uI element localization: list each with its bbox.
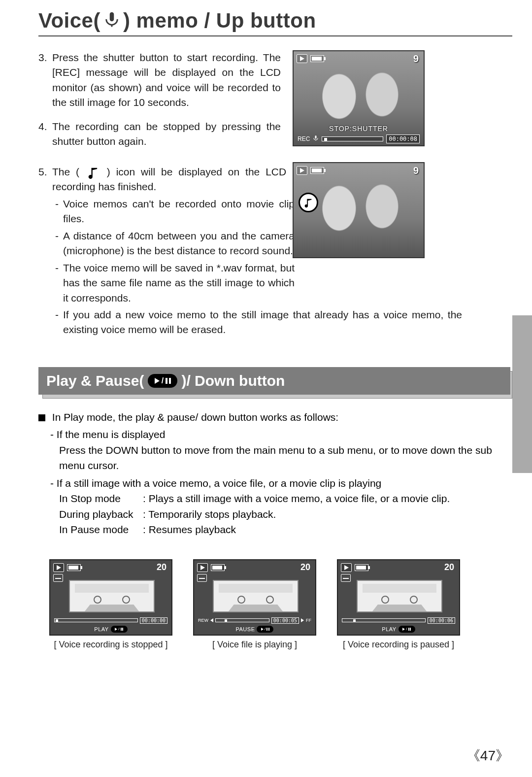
battery-icon [310, 55, 324, 62]
progress-row: 00:00:00 [54, 617, 167, 624]
lcd-frame-count: 20 [157, 562, 166, 573]
lcd-playing-wrap: 20 REW 00:00:05 FF PAUSE [193, 559, 316, 650]
time-display: 00:00:06 [428, 617, 455, 624]
play-mode-icon [297, 166, 307, 175]
lcd-recording-screen: 9 STOP:SHUTTER REC 00:00:08 [293, 50, 425, 146]
page-content: Voice( ) memo / Up button 3. Press the s… [38, 9, 512, 650]
battery-icon [211, 564, 225, 571]
play-mode-icon [297, 54, 307, 63]
lcd-paused-wrap: 20 00:00:06 PLAY / [ Voice recording is … [337, 559, 460, 650]
bottom-row: PLAY / [341, 626, 456, 633]
square-bullet-icon [38, 414, 45, 421]
section2-intro: In Play mode, the play & pause/ down but… [38, 409, 502, 425]
page-number: 《47》 [466, 746, 509, 765]
speaker-icon [197, 574, 207, 582]
lcd-rec-row: REC 00:00:08 [298, 135, 420, 143]
rec-label: REC [298, 135, 310, 142]
top-text-column: 3. Press the shutter button to start rec… [38, 50, 281, 258]
menu-displayed-head: - If the menu is displayed [38, 427, 502, 442]
battery-icon [310, 167, 324, 174]
time-display: 00:00:05 [271, 617, 299, 624]
pause-label: PAUSE [236, 626, 255, 632]
play-pause-icon: / [148, 374, 177, 388]
cassette-icon [357, 580, 442, 612]
lcd-playing-screen: 20 REW 00:00:05 FF PAUSE [193, 559, 316, 636]
lcd-caption: [ Voice recording is stopped ] [54, 640, 167, 650]
top-body-row: 3. Press the shutter button to start rec… [38, 50, 512, 258]
side-tab [512, 315, 532, 473]
page-title: Voice( ) memo / Up button [38, 9, 512, 33]
forward-arrow-icon [301, 618, 304, 622]
rewind-arrow-icon [210, 618, 213, 622]
lcd-frame-count: 9 [413, 53, 419, 65]
lcd-top-left-icons [297, 166, 324, 175]
cassette-icon [213, 580, 299, 612]
play-mode-icon [53, 563, 64, 572]
title-text-a: Voice( [38, 9, 100, 33]
microphone-icon [103, 9, 120, 33]
manual-page: Voice( ) memo / Up button 3. Press the s… [0, 0, 532, 777]
lcd-column: 9 STOP:SHUTTER REC 00:00:08 [293, 50, 425, 258]
playing-head: - If a still image with a voice memo, a … [38, 475, 502, 491]
music-note-icon [86, 166, 100, 179]
title-rule [38, 35, 512, 36]
mode-line-stop: In Stop mode : Plays a still image with … [38, 491, 502, 507]
progress-row: 00:00:06 [342, 617, 455, 624]
progress-bar [215, 618, 269, 622]
play-pause-icon: / [257, 626, 273, 633]
battery-icon [67, 564, 81, 571]
lcd-frame-count: 9 [413, 165, 419, 176]
voice-memo-icon [299, 193, 318, 212]
note-item: -Voice memos can't be recorded onto movi… [55, 197, 295, 227]
play-pause-icon: / [399, 626, 415, 633]
rew-label: REW [198, 618, 208, 623]
battery-icon [355, 564, 368, 571]
progress-bar [342, 618, 426, 622]
progress-bar [54, 618, 138, 622]
lcd-stopped-wrap: 20 00:00:00 PLAY / [ Voice recording is … [49, 559, 172, 650]
step-number: 4. [38, 119, 52, 149]
bottom-row: PAUSE / [197, 626, 312, 633]
rec-progress-bar [322, 136, 383, 141]
ff-label: FF [306, 618, 311, 623]
lcd-stopped-screen: 20 00:00:00 PLAY / [49, 559, 172, 636]
step5-text-a: The ( [52, 166, 79, 177]
note-item: -The voice memo will be saved in *.wav f… [55, 261, 295, 305]
mode-line-playback: During playback : Temporarily stops play… [38, 507, 502, 522]
play-mode-icon [197, 563, 208, 572]
step-text: The recording can be stopped by pressing… [52, 119, 281, 149]
speaker-icon [53, 574, 63, 582]
section-header-wrap: Play & Pause( / )/ Down button [38, 367, 511, 398]
cassette-icon [69, 580, 155, 612]
menu-displayed-body: Press the DOWN button to move from the m… [38, 442, 502, 473]
step-text: Press the shutter button to start record… [52, 50, 281, 110]
lcd-memo-saved-screen: 9 [293, 162, 425, 258]
section-title-b: )/ Down button [181, 372, 285, 389]
section2-body: In Play mode, the play & pause/ down but… [38, 409, 502, 538]
time-display: 00:00:00 [140, 617, 167, 624]
mode-line-pause: In Pause mode : Resumes playback [38, 522, 502, 538]
play-label: PLAY [382, 626, 396, 632]
lcd-top-left-icons [297, 54, 324, 63]
lcd-frame-count: 20 [444, 562, 454, 573]
step-number: 3. [38, 50, 52, 110]
microphone-icon [313, 135, 319, 143]
title-text-b: ) memo / Up button [123, 9, 316, 33]
lcd-stop-hint: STOP:SHUTTER [294, 125, 424, 133]
play-label: PLAY [94, 626, 108, 632]
play-mode-icon [341, 563, 352, 572]
step-4: 4. The recording can be stopped by press… [38, 119, 281, 149]
lcd-triplet-row: 20 00:00:00 PLAY / [ Voice recording is … [49, 559, 512, 650]
section-title-a: Play & Pause( [46, 372, 144, 389]
step5-notes-wide: -If you add a new voice memo to the stil… [38, 307, 462, 338]
step-3: 3. Press the shutter button to start rec… [38, 50, 281, 110]
speaker-icon [341, 574, 351, 582]
rec-time: 00:00:08 [386, 135, 420, 143]
section-header: Play & Pause( / )/ Down button [38, 367, 510, 395]
bottom-row: PLAY / [53, 626, 168, 633]
play-pause-icon: / [111, 626, 128, 633]
progress-row: REW 00:00:05 FF [198, 617, 311, 624]
step5-notes: -Voice memos can't be recorded onto movi… [38, 197, 295, 305]
lcd-caption: [ Voice recording is paused ] [343, 640, 454, 650]
note-item: -If you add a new voice memo to the stil… [55, 307, 462, 338]
